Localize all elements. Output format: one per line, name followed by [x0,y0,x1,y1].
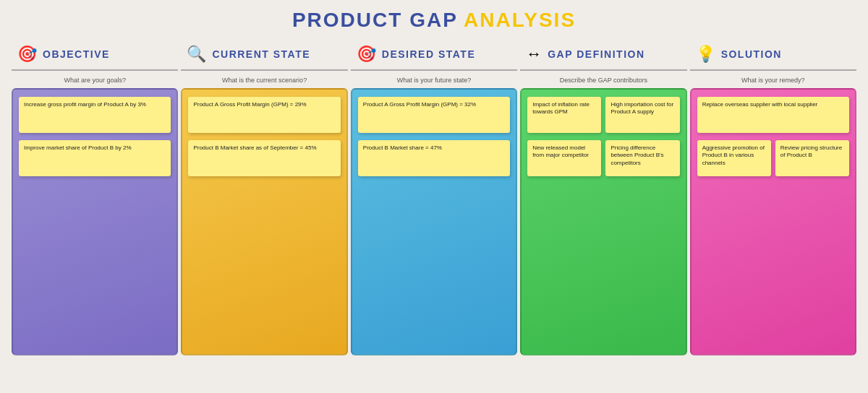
col-body-solution: Replace overseas supplier with local sup… [690,88,856,355]
sticky-gap-1b[interactable]: High importation cost for Product A supp… [605,97,679,133]
sticky-desired-1[interactable]: Product A Gross Profit Margin (GPM) = 32… [358,97,510,133]
col-body-gap-definition: Impact of inflation rate towards GPM Hig… [520,88,686,355]
sticky-desired-2[interactable]: Product B Market share = 47% [358,140,510,176]
sticky-current-1[interactable]: Product A Gross Profit Margin (GPM) = 29… [188,97,340,133]
sticky-solution-2a[interactable]: Aggressive promotion of Product B in var… [697,140,771,176]
subtitle-desired-state: What is your future state? [351,75,517,85]
sticky-current-2[interactable]: Product B Market share as of September =… [188,140,340,176]
col-header-desired-state: 🎯 DESIRED STATE [351,42,517,66]
sep-4 [520,69,686,71]
desired-state-label: DESIRED STATE [382,48,475,60]
col-body-objective: Increase gross profit margin of Product … [12,88,178,355]
gap-definition-icon: ↔ [526,46,542,62]
current-state-label: CURRENT STATE [212,48,310,60]
solution-label: SOLUTION [721,48,782,60]
objective-label: OBJECTIVE [43,48,110,60]
sticky-solution-2b[interactable]: Review pricing structure of Product B [775,140,849,176]
sticky-gap-1a[interactable]: Impact of inflation rate towards GPM [527,97,601,133]
solution-row-1: Replace overseas supplier with local sup… [697,97,849,133]
col-header-solution: 💡 SOLUTION [690,42,856,66]
sticky-gap-2b[interactable]: Pricing difference between Product B's c… [605,140,679,176]
title-word-analysis: ANALYSIS [464,9,576,31]
col-header-gap-definition: ↔ GAP DEFINITION [520,42,686,66]
subtitle-solution: What is your remedy? [690,75,856,85]
current-state-icon: 🔍 [187,46,206,62]
gap-row-2: New released model from major competitor… [527,140,679,176]
subtitle-row: What are your goals? What is the current… [12,75,856,85]
page-wrapper: PRODUCT GAP ANALYSIS 🎯 OBJECTIVE 🔍 CURRE… [0,0,868,393]
gap-row-1: Impact of inflation rate towards GPM Hig… [527,97,679,133]
sticky-objective-1[interactable]: Increase gross profit margin of Product … [19,97,171,133]
solution-row-2: Aggressive promotion of Product B in var… [697,140,849,176]
col-body-current-state: Product A Gross Profit Margin (GPM) = 29… [181,88,347,355]
sticky-gap-2a[interactable]: New released model from major competitor [527,140,601,176]
sticky-objective-2[interactable]: Improve market share of Product B by 2% [19,140,171,176]
col-body-desired-state: Product A Gross Profit Margin (GPM) = 32… [351,88,517,355]
page-title: PRODUCT GAP ANALYSIS [12,9,856,32]
sticky-solution-1a[interactable]: Replace overseas supplier with local sup… [697,97,849,133]
solution-icon: 💡 [696,46,715,62]
col-header-current-state: 🔍 CURRENT STATE [181,42,347,66]
separator-row [12,69,856,71]
sep-5 [690,69,856,71]
objective-icon: 🎯 [17,46,37,62]
sep-1 [12,69,178,71]
title-word-gap: GAP [409,9,457,31]
columns-header: 🎯 OBJECTIVE 🔍 CURRENT STATE 🎯 DESIRED ST… [12,42,856,66]
sep-3 [351,69,517,71]
subtitle-objective: What are your goals? [12,75,178,85]
subtitle-gap-definition: Describe the GAP contributors [520,75,686,85]
subtitle-current-state: What is the current scenario? [181,75,347,85]
gap-definition-label: GAP DEFINITION [548,48,644,60]
sep-2 [181,69,347,71]
title-word-product: PRODUCT [292,9,402,31]
desired-state-icon: 🎯 [357,46,376,62]
col-header-objective: 🎯 OBJECTIVE [12,42,178,66]
columns-body: Increase gross profit margin of Product … [12,88,856,355]
